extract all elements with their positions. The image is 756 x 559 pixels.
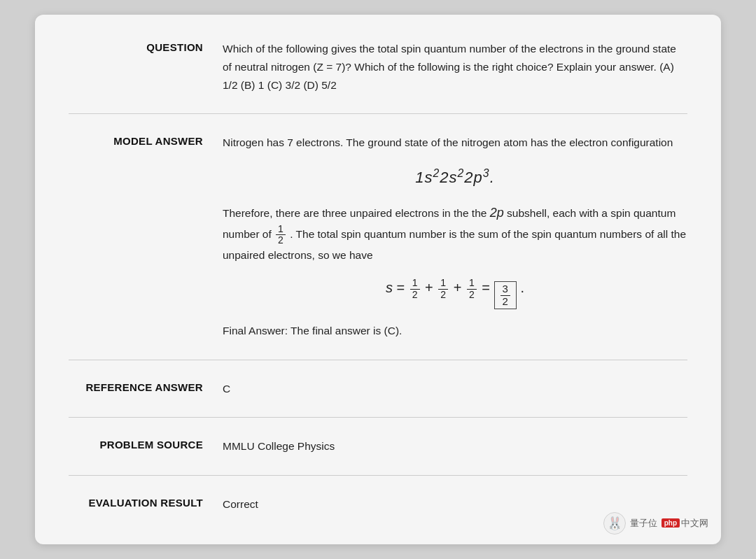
- 2p-label: 2p: [490, 206, 504, 220]
- boxed-result: 3 2: [494, 281, 517, 309]
- reference-answer-label: REFERENCE ANSWER: [69, 380, 223, 393]
- evaluation-result-value: Correct: [223, 495, 687, 514]
- watermark-cn: 中文网: [681, 517, 708, 530]
- final-answer-text: Final Answer: The final answer is (C).: [223, 322, 687, 340]
- watermark: 🐰 量子位 php 中文网: [603, 512, 708, 535]
- divider-2: [69, 360, 687, 360]
- divider-4: [69, 475, 687, 476]
- evaluation-result-label: EVALUATION RESULT: [69, 495, 223, 509]
- model-answer-section: MODEL ANSWER Nitrogen has 7 electrons. T…: [69, 134, 687, 340]
- main-card: QUESTION Which of the following gives th…: [35, 15, 721, 544]
- frac1: 1 2: [410, 278, 420, 300]
- electron-config-formula: 1s22s22p3.: [223, 164, 687, 191]
- problem-source-section: PROBLEM SOURCE MMLU College Physics: [69, 437, 687, 455]
- model-answer-label: MODEL ANSWER: [69, 134, 223, 147]
- model-answer-paragraph: Therefore, there are three unpaired elec…: [223, 203, 687, 264]
- result-fraction: 3 2: [500, 283, 510, 307]
- problem-source-value: MMLU College Physics: [223, 437, 687, 455]
- watermark-php-badge: php: [662, 518, 680, 528]
- model-answer-content: Nitrogen has 7 electrons. The ground sta…: [223, 134, 687, 340]
- divider-1: [69, 113, 687, 114]
- question-content: Which of the following gives the total s…: [223, 40, 687, 94]
- question-section: QUESTION Which of the following gives th…: [69, 40, 687, 94]
- evaluation-result-section: EVALUATION RESULT Correct: [69, 495, 687, 514]
- watermark-site: 量子位: [630, 517, 657, 530]
- model-answer-intro: Nitrogen has 7 electrons. The ground sta…: [223, 134, 687, 152]
- watermark-badge: php 中文网: [662, 517, 708, 530]
- reference-answer-section: REFERENCE ANSWER C: [69, 380, 687, 398]
- inline-fraction: 1 2: [276, 224, 286, 246]
- frac2: 1 2: [438, 278, 448, 300]
- reference-answer-value: C: [223, 380, 687, 398]
- spin-formula: s = 1 2 + 1 2 + 1 2 = 3: [223, 276, 687, 309]
- question-label: QUESTION: [69, 40, 223, 53]
- watermark-icon: 🐰: [603, 512, 626, 535]
- frac3: 1 2: [467, 278, 477, 300]
- divider-3: [69, 417, 687, 418]
- problem-source-label: PROBLEM SOURCE: [69, 437, 223, 451]
